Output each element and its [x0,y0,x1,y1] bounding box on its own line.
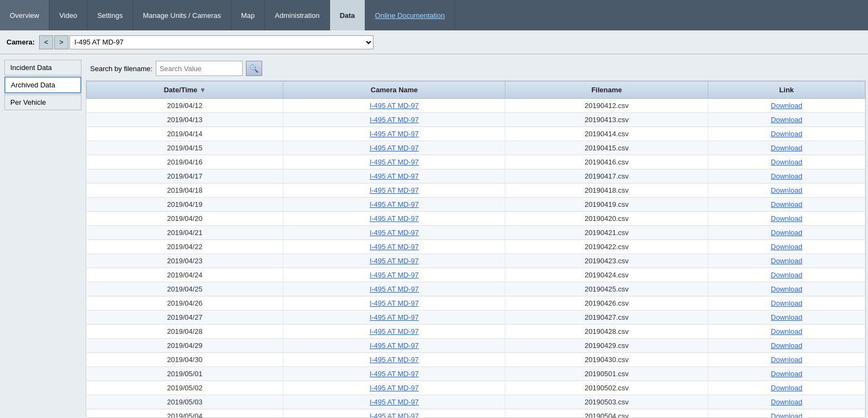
cell-download-link: Download [708,155,865,169]
nav-tab-settings[interactable]: Settings [87,0,133,30]
camera-name-link[interactable]: I-495 AT MD-97 [370,200,419,208]
cell-camera-name: I-495 AT MD-97 [283,296,505,311]
nav-tab-online-documentation[interactable]: Online Documentation [365,0,455,30]
table-header: Date/Time ▼Camera NameFilenameLink [87,81,865,99]
cell-date: 2019/04/29 [87,339,283,353]
camera-name-link[interactable]: I-495 AT MD-97 [370,271,419,279]
download-link[interactable]: Download [771,158,802,166]
search-button[interactable]: 🔍 [246,61,262,76]
camera-name-link[interactable]: I-495 AT MD-97 [370,412,419,418]
download-link[interactable]: Download [771,327,802,335]
cell-download-link: Download [708,99,865,113]
download-link[interactable]: Download [771,285,802,293]
data-table-container[interactable]: Date/Time ▼Camera NameFilenameLink 2019/… [86,80,866,418]
camera-name-link[interactable]: I-495 AT MD-97 [370,257,419,265]
cell-date: 2019/04/19 [87,198,283,212]
camera-name-link[interactable]: I-495 AT MD-97 [370,384,419,392]
nav-tab-map[interactable]: Map [231,0,265,30]
nav-tab-video[interactable]: Video [49,0,87,30]
camera-name-link[interactable]: I-495 AT MD-97 [370,299,419,307]
camera-name-link[interactable]: I-495 AT MD-97 [370,313,419,321]
camera-next-button[interactable]: > [54,35,68,49]
cell-download-link: Download [708,183,865,198]
cell-date: 2019/04/22 [87,240,283,254]
cell-download-link: Download [708,395,865,409]
table-row: 2019/04/21I-495 AT MD-9720190421.csvDown… [87,226,865,240]
download-link[interactable]: Download [771,144,802,152]
nav-tab-overview[interactable]: Overview [0,0,49,30]
sidebar-btn-archived-data[interactable]: Archived Data [4,77,81,93]
cell-camera-name: I-495 AT MD-97 [283,367,505,381]
col-header-link: Link [708,81,865,99]
cell-camera-name: I-495 AT MD-97 [283,240,505,254]
download-link[interactable]: Download [771,370,802,378]
download-link[interactable]: Download [771,200,802,208]
cell-date: 2019/04/18 [87,183,283,198]
camera-name-link[interactable]: I-495 AT MD-97 [370,186,419,194]
col-header-date-time[interactable]: Date/Time ▼ [87,81,283,99]
download-link[interactable]: Download [771,214,802,223]
cell-download-link: Download [708,212,865,226]
cell-camera-name: I-495 AT MD-97 [283,183,505,198]
download-link[interactable]: Download [771,102,802,110]
camera-name-link[interactable]: I-495 AT MD-97 [370,341,419,350]
sidebar-btn-per-vehicle[interactable]: Per Vehicle [4,94,81,110]
camera-select[interactable]: I-495 AT MD-97 [69,35,373,49]
camera-name-link[interactable]: I-495 AT MD-97 [370,327,419,335]
camera-name-link[interactable]: I-495 AT MD-97 [370,158,419,166]
camera-name-link[interactable]: I-495 AT MD-97 [370,285,419,293]
table-row: 2019/04/26I-495 AT MD-9720190426.csvDown… [87,296,865,311]
camera-prev-button[interactable]: < [39,35,53,49]
camera-name-link[interactable]: I-495 AT MD-97 [370,370,419,378]
download-link[interactable]: Download [771,384,802,392]
search-input[interactable] [156,61,243,76]
download-link[interactable]: Download [771,243,802,251]
download-link[interactable]: Download [771,299,802,307]
cell-camera-name: I-495 AT MD-97 [283,198,505,212]
download-link[interactable]: Download [771,186,802,194]
download-link[interactable]: Download [771,412,802,418]
table-row: 2019/05/02I-495 AT MD-9720190502.csvDown… [87,381,865,395]
table-row: 2019/04/29I-495 AT MD-9720190429.csvDown… [87,339,865,353]
camera-name-link[interactable]: I-495 AT MD-97 [370,102,419,110]
download-link[interactable]: Download [771,229,802,237]
camera-name-link[interactable]: I-495 AT MD-97 [370,356,419,364]
nav-tab-data[interactable]: Data [330,0,365,30]
col-header-filename: Filename [505,81,708,99]
camera-name-link[interactable]: I-495 AT MD-97 [370,144,419,152]
download-link[interactable]: Download [771,130,802,138]
download-link[interactable]: Download [771,341,802,350]
cell-camera-name: I-495 AT MD-97 [283,212,505,226]
camera-name-link[interactable]: I-495 AT MD-97 [370,172,419,180]
nav-tab-manage-units-cameras[interactable]: Manage Units / Cameras [133,0,231,30]
nav-tab-administration[interactable]: Administration [265,0,330,30]
camera-name-link[interactable]: I-495 AT MD-97 [370,398,419,406]
download-link[interactable]: Download [771,116,802,124]
cell-date: 2019/05/02 [87,381,283,395]
camera-name-link[interactable]: I-495 AT MD-97 [370,243,419,251]
cell-camera-name: I-495 AT MD-97 [283,409,505,419]
cell-camera-name: I-495 AT MD-97 [283,311,505,325]
camera-name-link[interactable]: I-495 AT MD-97 [370,214,419,223]
cell-filename: 20190423.csv [505,254,708,268]
cell-download-link: Download [708,113,865,127]
download-link[interactable]: Download [771,271,802,279]
download-link[interactable]: Download [771,398,802,406]
search-bar: Search by filename: 🔍 [86,59,868,80]
cell-camera-name: I-495 AT MD-97 [283,282,505,296]
camera-name-link[interactable]: I-495 AT MD-97 [370,229,419,237]
cell-date: 2019/04/12 [87,99,283,113]
cell-camera-name: I-495 AT MD-97 [283,325,505,339]
download-link[interactable]: Download [771,356,802,364]
download-link[interactable]: Download [771,313,802,321]
cell-filename: 20190503.csv [505,395,708,409]
camera-name-link[interactable]: I-495 AT MD-97 [370,130,419,138]
download-link[interactable]: Download [771,257,802,265]
sort-arrow: ▼ [200,86,206,94]
camera-name-link[interactable]: I-495 AT MD-97 [370,116,419,124]
cell-filename: 20190413.csv [505,113,708,127]
download-link[interactable]: Download [771,172,802,180]
cell-date: 2019/04/30 [87,353,283,367]
cell-filename: 20190430.csv [505,353,708,367]
sidebar-btn-incident-data[interactable]: Incident Data [4,60,81,75]
